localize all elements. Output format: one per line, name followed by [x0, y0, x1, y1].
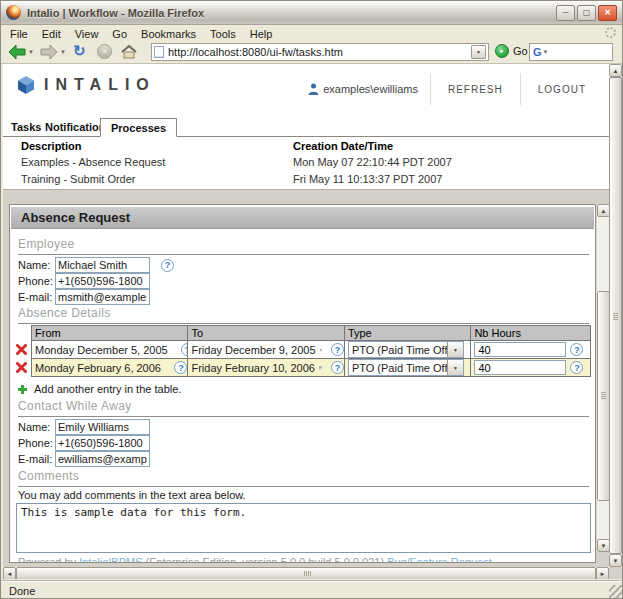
chevron-down-icon[interactable]: ▼	[447, 342, 463, 357]
delete-row-icon[interactable]	[16, 344, 27, 355]
back-dropdown-icon[interactable]: ▼	[28, 49, 34, 55]
nb-hours-field[interactable]	[474, 360, 566, 375]
search-engine-dropdown-icon[interactable]: ▼	[543, 49, 549, 55]
status-bar: Done	[1, 580, 623, 599]
section-absence-details: Absence Details	[18, 306, 589, 324]
to-date[interactable]: Friday December 9, 2005	[191, 344, 315, 356]
employee-name-field[interactable]	[55, 257, 150, 273]
menu-view[interactable]: View	[68, 28, 106, 40]
scroll-left-icon[interactable]: ◄	[3, 567, 16, 579]
google-logo-icon: G	[533, 46, 542, 58]
section-contact: Contact While Away	[18, 399, 589, 417]
employee-phone-label: Phone:	[18, 275, 55, 287]
address-bar[interactable]: http://localhost:8080/ui-fw/tasks.htm ▼	[151, 43, 489, 61]
help-icon[interactable]: ?	[161, 259, 174, 272]
search-input[interactable]: G ▼	[529, 43, 613, 61]
forward-button[interactable]: ▼	[39, 43, 66, 61]
scrollbar-thumb[interactable]	[16, 567, 596, 579]
bug-feature-request-link[interactable]: Bug/Feature Request	[387, 556, 492, 563]
scroll-up-icon[interactable]: ▲	[609, 64, 622, 77]
contact-name-label: Name:	[18, 421, 55, 433]
intalio-logo: INTALIO	[17, 75, 156, 94]
maximize-button[interactable]: ▢	[577, 5, 596, 21]
tab-bar: Tasks Notifications Processes	[3, 118, 609, 137]
address-dropdown-icon[interactable]: ▼	[471, 45, 486, 59]
scroll-down-icon[interactable]: ▼	[609, 554, 622, 567]
home-button[interactable]	[121, 45, 137, 59]
process-row-description[interactable]: Training - Submit Order	[21, 173, 136, 185]
calendar-icon[interactable]	[319, 362, 322, 374]
window-title: Intalio | Workflow - Mozilla Firefox	[27, 7, 554, 19]
form-scrollbar[interactable]: ▲ ▼	[596, 204, 609, 552]
powered-by-text: Powered by	[18, 556, 76, 563]
form-title: Absence Request	[11, 207, 594, 229]
scroll-right-icon[interactable]: ►	[596, 567, 609, 579]
contact-name-field[interactable]	[55, 419, 150, 435]
type-select-value: PTO (Paid Time Off)	[349, 344, 447, 356]
type-select[interactable]: PTO (Paid Time Off) ▼	[348, 359, 464, 376]
contact-phone-field[interactable]	[55, 435, 150, 451]
calendar-icon[interactable]	[320, 344, 322, 356]
column-nb-hours: Nb Hours	[471, 326, 590, 340]
intalio-cube-icon	[17, 75, 35, 94]
type-select[interactable]: PTO (Paid Time Off) ▼	[348, 341, 464, 358]
menu-file[interactable]: File	[3, 28, 35, 40]
contact-phone-label: Phone:	[18, 437, 55, 449]
scrollbar-thumb[interactable]	[609, 77, 622, 554]
title-bar[interactable]: Intalio | Workflow - Mozilla Firefox ─ ▢…	[1, 1, 622, 25]
user-icon	[308, 83, 319, 95]
from-date[interactable]: Monday December 5, 2005	[35, 344, 168, 356]
details-row: Monday February 6, 2006 ? Friday Februar…	[32, 358, 590, 376]
menu-edit[interactable]: Edit	[35, 28, 68, 40]
tab-processes[interactable]: Processes	[100, 118, 177, 137]
comments-textarea[interactable]: This is sample data for this form.	[16, 503, 591, 553]
menu-help[interactable]: Help	[243, 28, 280, 40]
browser-window: Intalio | Workflow - Mozilla Firefox ─ ▢…	[0, 0, 623, 599]
go-button[interactable]: ► Go	[495, 44, 528, 58]
page-horizontal-scrollbar[interactable]: ◄ ►	[3, 567, 609, 579]
logout-button[interactable]: LOGOUT	[521, 84, 603, 95]
back-button[interactable]: ▼	[7, 43, 34, 61]
forward-dropdown-icon[interactable]: ▼	[60, 49, 66, 55]
contact-email-field[interactable]	[55, 451, 150, 467]
minimize-button[interactable]: ─	[556, 5, 575, 21]
delete-row-icon[interactable]	[16, 362, 27, 373]
edition-text: (Enterprise Edition, version 5.0.0 build…	[146, 556, 384, 563]
menu-bar: File Edit View Go Bookmarks Tools Help	[1, 26, 622, 41]
menu-tools[interactable]: Tools	[203, 28, 243, 40]
stop-button[interactable]: ✕	[97, 44, 112, 59]
column-from: From	[32, 326, 188, 340]
tab-tasks[interactable]: Tasks	[11, 121, 41, 133]
username: examples\ewilliams	[323, 83, 418, 95]
help-icon[interactable]: ?	[174, 361, 187, 374]
intalio-bpms-link[interactable]: Intalio|BPMS	[79, 556, 142, 563]
employee-phone-field[interactable]	[55, 273, 150, 289]
absence-details-table: From To Type Nb Hours Monday December 5,…	[31, 325, 591, 377]
help-icon[interactable]: ?	[331, 361, 344, 374]
go-label: Go	[513, 45, 528, 57]
menu-bookmarks[interactable]: Bookmarks	[134, 28, 203, 40]
help-icon[interactable]: ?	[331, 343, 344, 356]
page-vertical-scrollbar[interactable]: ▲ ▼	[609, 64, 622, 567]
process-row-description[interactable]: Examples - Absence Request	[21, 156, 165, 168]
add-entry-button[interactable]: Add another entry in the table.	[17, 383, 181, 395]
help-icon[interactable]: ?	[181, 343, 189, 356]
menu-go[interactable]: Go	[105, 28, 134, 40]
session-controls: examples\ewilliams REFRESH LOGOUT	[308, 70, 603, 108]
logo-text: INTALIO	[44, 76, 156, 94]
from-date[interactable]: Monday February 6, 2006	[35, 362, 161, 374]
reload-button[interactable]: ↻	[73, 43, 86, 58]
scrollbar-grip	[304, 571, 311, 576]
to-date[interactable]: Friday February 10, 2006	[191, 362, 315, 374]
help-icon[interactable]: ?	[570, 361, 583, 374]
nb-hours-field[interactable]	[474, 342, 566, 357]
chevron-down-icon[interactable]: ▼	[447, 360, 463, 375]
employee-email-field[interactable]	[55, 289, 150, 305]
close-button[interactable]: ✕	[598, 5, 617, 21]
refresh-button[interactable]: REFRESH	[431, 84, 520, 95]
resize-grip[interactable]	[609, 585, 622, 598]
employee-email-label: E-mail:	[18, 291, 55, 303]
details-header-row: From To Type Nb Hours	[32, 326, 590, 340]
help-icon[interactable]: ?	[570, 343, 583, 356]
url-input[interactable]: http://localhost:8080/ui-fw/tasks.htm	[168, 46, 471, 58]
